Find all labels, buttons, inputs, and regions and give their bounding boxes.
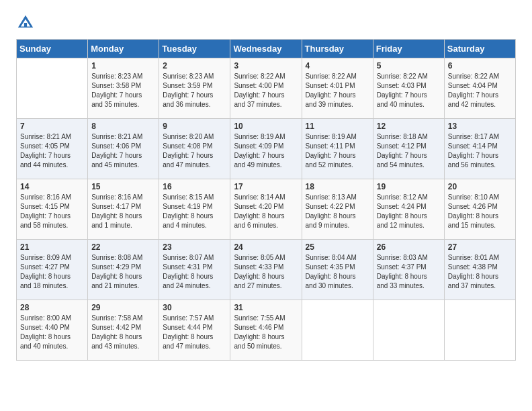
day-info: Sunrise: 8:19 AM Sunset: 4:11 PM Dayligh… [306,132,369,170]
weekday-header-thursday: Thursday [302,40,373,58]
day-number: 8 [91,122,155,131]
calendar-cell: 28Sunrise: 8:00 AM Sunset: 4:40 PM Dayli… [17,300,88,361]
day-number: 25 [306,242,369,252]
day-number: 16 [163,182,226,191]
day-info: Sunrise: 8:19 AM Sunset: 4:09 PM Dayligh… [234,132,298,170]
calendar-cell: 29Sunrise: 7:58 AM Sunset: 4:42 PM Dayli… [88,300,159,361]
day-info: Sunrise: 8:22 AM Sunset: 4:00 PM Dayligh… [234,72,298,109]
day-number: 28 [20,303,84,312]
calendar-cell: 17Sunrise: 8:14 AM Sunset: 4:20 PM Dayli… [230,179,302,240]
day-number: 31 [234,303,298,312]
day-info: Sunrise: 7:57 AM Sunset: 4:44 PM Dayligh… [163,314,226,351]
day-info: Sunrise: 7:58 AM Sunset: 4:42 PM Dayligh… [91,314,155,351]
calendar-week-row: 1Sunrise: 8:23 AM Sunset: 3:58 PM Daylig… [17,58,516,119]
day-number: 30 [163,303,226,312]
calendar-week-row: 14Sunrise: 8:16 AM Sunset: 4:15 PM Dayli… [17,179,516,240]
day-info: Sunrise: 8:21 AM Sunset: 4:05 PM Dayligh… [20,132,84,170]
day-number: 17 [234,182,298,191]
day-number: 27 [448,242,512,252]
day-info: Sunrise: 7:55 AM Sunset: 4:46 PM Dayligh… [234,314,298,351]
day-info: Sunrise: 8:13 AM Sunset: 4:22 PM Dayligh… [306,193,369,230]
calendar-cell: 14Sunrise: 8:16 AM Sunset: 4:15 PM Dayli… [17,179,88,240]
calendar-cell [444,300,515,361]
day-number: 2 [163,61,226,71]
day-number: 7 [20,122,84,131]
calendar-week-row: 21Sunrise: 8:09 AM Sunset: 4:27 PM Dayli… [17,240,516,300]
calendar-cell: 1Sunrise: 8:23 AM Sunset: 3:58 PM Daylig… [88,58,159,119]
calendar-cell: 15Sunrise: 8:16 AM Sunset: 4:17 PM Dayli… [88,179,159,240]
calendar-cell: 20Sunrise: 8:10 AM Sunset: 4:26 PM Dayli… [444,179,515,240]
day-number: 20 [448,182,512,191]
calendar-cell: 3Sunrise: 8:22 AM Sunset: 4:00 PM Daylig… [230,58,302,119]
day-info: Sunrise: 8:00 AM Sunset: 4:40 PM Dayligh… [20,314,84,351]
calendar-cell: 13Sunrise: 8:17 AM Sunset: 4:14 PM Dayli… [444,119,515,179]
weekday-header-tuesday: Tuesday [159,40,230,58]
weekday-header-row: SundayMondayTuesdayWednesdayThursdayFrid… [17,40,516,58]
day-number: 4 [306,61,369,71]
weekday-header-friday: Friday [373,40,444,58]
header [16,13,516,32]
calendar-cell: 5Sunrise: 8:22 AM Sunset: 4:03 PM Daylig… [373,58,444,119]
day-info: Sunrise: 8:01 AM Sunset: 4:38 PM Dayligh… [448,253,512,291]
day-info: Sunrise: 8:12 AM Sunset: 4:24 PM Dayligh… [377,193,441,230]
svg-rect-2 [24,23,27,28]
day-number: 21 [20,242,84,252]
calendar-cell: 24Sunrise: 8:05 AM Sunset: 4:33 PM Dayli… [230,240,302,300]
logo-icon [16,13,35,32]
calendar-cell: 31Sunrise: 7:55 AM Sunset: 4:46 PM Dayli… [230,300,302,361]
day-info: Sunrise: 8:05 AM Sunset: 4:33 PM Dayligh… [234,253,298,291]
weekday-header-saturday: Saturday [444,40,515,58]
calendar-cell: 30Sunrise: 7:57 AM Sunset: 4:44 PM Dayli… [159,300,230,361]
day-number: 13 [448,122,512,131]
weekday-header-monday: Monday [88,40,159,58]
day-info: Sunrise: 8:08 AM Sunset: 4:29 PM Dayligh… [91,253,155,291]
day-info: Sunrise: 8:09 AM Sunset: 4:27 PM Dayligh… [20,253,84,291]
day-number: 24 [234,242,298,252]
calendar-cell: 26Sunrise: 8:03 AM Sunset: 4:37 PM Dayli… [373,240,444,300]
weekday-header-wednesday: Wednesday [230,40,302,58]
calendar-week-row: 28Sunrise: 8:00 AM Sunset: 4:40 PM Dayli… [17,300,516,361]
day-info: Sunrise: 8:23 AM Sunset: 3:59 PM Dayligh… [163,72,226,109]
day-info: Sunrise: 8:21 AM Sunset: 4:06 PM Dayligh… [91,132,155,170]
page-container: SundayMondayTuesdayWednesdayThursdayFrid… [16,13,516,361]
calendar-cell: 23Sunrise: 8:07 AM Sunset: 4:31 PM Dayli… [159,240,230,300]
day-info: Sunrise: 8:16 AM Sunset: 4:17 PM Dayligh… [91,193,155,230]
calendar-cell [302,300,373,361]
day-info: Sunrise: 8:20 AM Sunset: 4:08 PM Dayligh… [163,132,226,170]
day-number: 11 [306,122,369,131]
weekday-header-sunday: Sunday [17,40,88,58]
day-number: 15 [91,182,155,191]
day-number: 18 [306,182,369,191]
day-number: 29 [91,303,155,312]
day-info: Sunrise: 8:14 AM Sunset: 4:20 PM Dayligh… [234,193,298,230]
calendar-cell: 8Sunrise: 8:21 AM Sunset: 4:06 PM Daylig… [88,119,159,179]
calendar-cell: 22Sunrise: 8:08 AM Sunset: 4:29 PM Dayli… [88,240,159,300]
day-number: 10 [234,122,298,131]
day-info: Sunrise: 8:17 AM Sunset: 4:14 PM Dayligh… [448,132,512,170]
day-info: Sunrise: 8:04 AM Sunset: 4:35 PM Dayligh… [306,253,369,291]
day-info: Sunrise: 8:23 AM Sunset: 3:58 PM Dayligh… [91,72,155,109]
calendar-cell: 25Sunrise: 8:04 AM Sunset: 4:35 PM Dayli… [302,240,373,300]
calendar-table: SundayMondayTuesdayWednesdayThursdayFrid… [16,39,516,361]
calendar-cell: 19Sunrise: 8:12 AM Sunset: 4:24 PM Dayli… [373,179,444,240]
calendar-cell [373,300,444,361]
calendar-cell: 12Sunrise: 8:18 AM Sunset: 4:12 PM Dayli… [373,119,444,179]
day-info: Sunrise: 8:07 AM Sunset: 4:31 PM Dayligh… [163,253,226,291]
logo [16,13,38,32]
day-info: Sunrise: 8:18 AM Sunset: 4:12 PM Dayligh… [377,132,441,170]
day-number: 26 [377,242,441,252]
day-number: 1 [91,61,155,71]
calendar-week-row: 7Sunrise: 8:21 AM Sunset: 4:05 PM Daylig… [17,119,516,179]
day-number: 3 [234,61,298,71]
day-number: 5 [377,61,441,71]
day-info: Sunrise: 8:15 AM Sunset: 4:19 PM Dayligh… [163,193,226,230]
calendar-cell: 11Sunrise: 8:19 AM Sunset: 4:11 PM Dayli… [302,119,373,179]
day-number: 9 [163,122,226,131]
calendar-cell: 16Sunrise: 8:15 AM Sunset: 4:19 PM Dayli… [159,179,230,240]
day-number: 12 [377,122,441,131]
calendar-cell: 21Sunrise: 8:09 AM Sunset: 4:27 PM Dayli… [17,240,88,300]
calendar-cell: 18Sunrise: 8:13 AM Sunset: 4:22 PM Dayli… [302,179,373,240]
day-info: Sunrise: 8:10 AM Sunset: 4:26 PM Dayligh… [448,193,512,230]
day-number: 19 [377,182,441,191]
calendar-cell: 7Sunrise: 8:21 AM Sunset: 4:05 PM Daylig… [17,119,88,179]
